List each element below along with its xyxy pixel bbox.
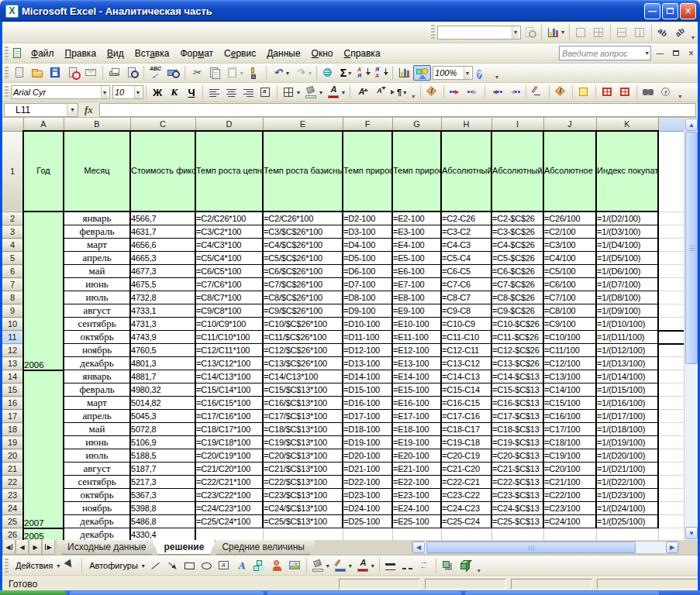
- cell-B5[interactable]: апрель: [64, 252, 130, 265]
- cell-L20[interactable]: [658, 449, 684, 463]
- row-header-16[interactable]: 16: [2, 397, 23, 410]
- cell-J2[interactable]: =C26/100: [543, 212, 596, 225]
- cell-B7[interactable]: июнь: [64, 278, 130, 291]
- cell-B2[interactable]: январь: [64, 212, 130, 225]
- menu-item-5[interactable]: Формат: [174, 45, 219, 62]
- cell-D16[interactable]: =C16/C15*100: [195, 397, 263, 410]
- cell-E26[interactable]: [263, 528, 343, 541]
- row-header-8[interactable]: 8: [2, 291, 23, 304]
- row-header-15[interactable]: 15: [2, 383, 23, 397]
- select-objects-button[interactable]: [62, 558, 79, 573]
- row-header-6[interactable]: 6: [2, 265, 23, 278]
- decrease-font-button[interactable]: А: [371, 84, 388, 100]
- hyperlink-button[interactable]: [319, 65, 337, 81]
- cell-D5[interactable]: =C5/C4*100: [195, 252, 263, 265]
- cell-F16[interactable]: =D16-100: [343, 397, 392, 410]
- align-right-button[interactable]: [240, 84, 257, 100]
- row-header-17[interactable]: 17: [2, 410, 23, 423]
- cell-L8[interactable]: [658, 291, 684, 304]
- cell-B12[interactable]: ноябрь: [64, 344, 130, 357]
- minimize-button[interactable]: —: [644, 3, 660, 19]
- cell-B25[interactable]: декабрь: [64, 515, 130, 528]
- chevron-down-icon[interactable]: ▾: [57, 562, 60, 569]
- cell-E25[interactable]: =C25/$C$13*100: [263, 515, 343, 528]
- cell-L9[interactable]: [658, 304, 684, 318]
- cell-E6[interactable]: =C6/$C$26*100: [263, 265, 343, 278]
- chevron-down-icon[interactable]: ▾: [67, 104, 78, 116]
- by-row-button[interactable]: [613, 25, 631, 40]
- cell-K6[interactable]: =1/(D6/100): [596, 265, 658, 278]
- font-size-combo[interactable]: 10▾: [112, 85, 143, 99]
- cell-H6[interactable]: =C6-C5: [441, 265, 491, 278]
- 3d-style-button[interactable]: [457, 558, 474, 573]
- cell-G25[interactable]: =E25-100: [392, 515, 441, 528]
- cell-G10[interactable]: =E10-100: [392, 318, 441, 331]
- cell-F18[interactable]: =D18-100: [343, 423, 392, 436]
- cell-I13[interactable]: =C13-$C$26: [491, 357, 543, 370]
- sort-descending-button[interactable]: ЯА: [372, 65, 390, 81]
- row-header-24[interactable]: 24: [2, 502, 23, 515]
- cell-J20[interactable]: =C19/100: [543, 449, 596, 463]
- column-header-B[interactable]: B: [64, 118, 130, 131]
- dash-style-button[interactable]: [399, 558, 416, 573]
- cell-L25[interactable]: [658, 515, 684, 528]
- cell-C20[interactable]: 5188,5: [130, 449, 195, 463]
- underline-button[interactable]: Ч: [183, 84, 200, 100]
- toolbar-options-button[interactable]: ▾: [492, 64, 502, 82]
- cell-J23[interactable]: =C22/100: [543, 489, 596, 502]
- text-box-button[interactable]: A: [216, 558, 233, 573]
- column-header-L[interactable]: [658, 118, 684, 131]
- menu-item-6[interactable]: Сервис: [219, 45, 261, 62]
- column-header-E[interactable]: E: [263, 118, 343, 131]
- trace-dependents-button[interactable]: [488, 84, 505, 100]
- shadow-style-button[interactable]: [439, 558, 457, 573]
- cell-H11[interactable]: =C11-C10: [441, 331, 491, 344]
- chevron-down-icon[interactable]: ▾: [371, 562, 374, 569]
- menu-item-1[interactable]: Файл: [26, 45, 60, 62]
- column-header-C[interactable]: C: [130, 118, 195, 131]
- cell-C19[interactable]: 5106,9: [130, 436, 195, 449]
- cell-K2[interactable]: =1/(D2/100): [596, 212, 658, 225]
- toolbar-options-button[interactable]: ▾: [688, 22, 698, 43]
- cell-L6[interactable]: [658, 265, 684, 278]
- chevron-down-icon[interactable]: ▾: [403, 89, 406, 96]
- print-preview-button[interactable]: [123, 65, 141, 81]
- cell-C23[interactable]: 5367,3: [130, 489, 195, 502]
- cell-I22[interactable]: =C22-$C$13: [491, 476, 543, 489]
- chevron-down-icon[interactable]: ▾: [297, 89, 300, 96]
- cell-B9[interactable]: август: [64, 304, 130, 318]
- row-header-18[interactable]: 18: [2, 423, 23, 436]
- cell-K11[interactable]: =1/(D11/100): [596, 331, 658, 344]
- cell-C21[interactable]: 5187,7: [130, 463, 195, 476]
- cell-F12[interactable]: =D12-100: [343, 344, 392, 357]
- cell-G22[interactable]: =E22-100: [392, 476, 441, 489]
- cell-D17[interactable]: =C17/C16*100: [195, 410, 263, 423]
- cell-A14[interactable]: 2007: [23, 370, 64, 528]
- cell-G6[interactable]: =E6-100: [392, 265, 441, 278]
- cell-F4[interactable]: =D4-100: [343, 239, 392, 252]
- cell-K10[interactable]: =1/(D10/100): [596, 318, 658, 331]
- cell-C9[interactable]: 4733,1: [130, 304, 195, 318]
- cell-C5[interactable]: 4665,3: [130, 252, 195, 265]
- cell-G9[interactable]: =E9-100: [392, 304, 441, 318]
- toolbar-options-button[interactable]: ▾: [409, 83, 418, 101]
- cell-G17[interactable]: =E17-100: [392, 410, 441, 423]
- cell-G20[interactable]: =E20-100: [392, 449, 441, 463]
- toolbar-grip[interactable]: [431, 25, 435, 40]
- chevron-down-icon[interactable]: ▾: [142, 562, 145, 569]
- cell-H9[interactable]: =C9-C8: [441, 304, 491, 318]
- cell-C22[interactable]: 5217,3: [130, 476, 195, 489]
- cell-K25[interactable]: =1/(D25/100): [596, 515, 658, 528]
- cell-L7[interactable]: [658, 278, 684, 291]
- cell-G2[interactable]: =E2-100: [392, 212, 441, 225]
- scroll-down-button[interactable]: ▼: [685, 527, 698, 539]
- cell-H19[interactable]: =C19-C18: [441, 436, 491, 449]
- chevron-down-icon[interactable]: ▾: [286, 70, 289, 77]
- windows-taskbar[interactable]: [0, 590, 700, 595]
- new-button[interactable]: [11, 65, 29, 81]
- insert-function-button[interactable]: fx: [78, 104, 99, 116]
- format-painter-button[interactable]: [246, 65, 264, 81]
- cell-K20[interactable]: =1/(D20/100): [596, 449, 658, 463]
- cell-E2[interactable]: =C2/C26*100: [263, 212, 343, 225]
- cell-G8[interactable]: =E8-100: [392, 291, 441, 304]
